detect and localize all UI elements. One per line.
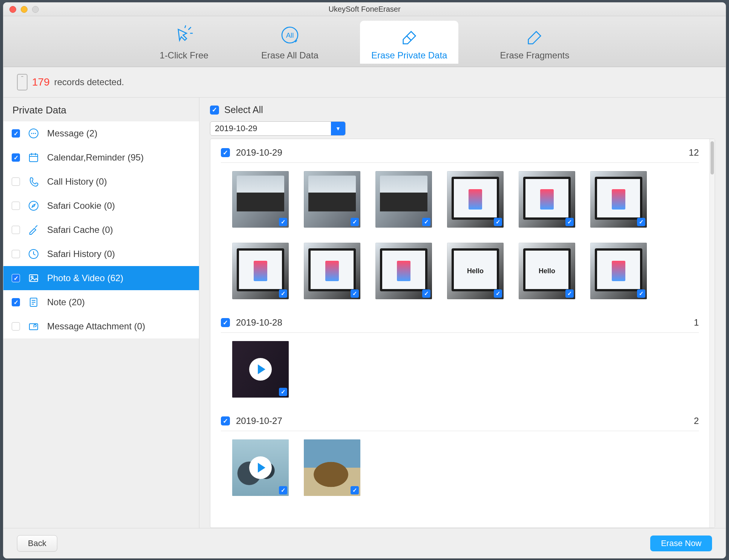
group-checkbox[interactable] bbox=[221, 148, 230, 157]
thumbnail[interactable] bbox=[519, 171, 575, 228]
thumbnail-area: 2019-10-29122019-10-2812019-10-272 bbox=[210, 139, 715, 528]
thumbnail[interactable] bbox=[375, 243, 432, 299]
thumbnail-checkbox[interactable] bbox=[637, 218, 645, 226]
group-date: 2019-10-29 bbox=[236, 147, 683, 158]
erase-all-icon: All bbox=[279, 24, 300, 47]
thumbnail[interactable] bbox=[590, 243, 647, 299]
thumbnail-checkbox[interactable] bbox=[422, 289, 430, 298]
thumbnail[interactable] bbox=[519, 243, 575, 299]
note-icon bbox=[27, 296, 40, 308]
eraser-private-icon bbox=[399, 24, 420, 47]
thumbnail[interactable] bbox=[232, 341, 289, 398]
sidebar-item-4[interactable]: Safari Cache (0) bbox=[3, 218, 199, 242]
group-count: 12 bbox=[689, 147, 699, 158]
sidebar-item-label: Note (20) bbox=[47, 297, 191, 308]
tab-erase-all-data[interactable]: All Erase All Data bbox=[250, 21, 330, 64]
thumbnail-checkbox[interactable] bbox=[351, 289, 359, 298]
sidebar-item-checkbox[interactable] bbox=[12, 177, 20, 186]
sidebar-item-1[interactable]: Calendar,Reminder (95) bbox=[3, 145, 199, 170]
thumbnail-checkbox[interactable] bbox=[279, 218, 287, 226]
thumbnail[interactable] bbox=[590, 171, 647, 228]
sidebar-item-label: Photo & Video (62) bbox=[47, 273, 191, 283]
thumbnail[interactable] bbox=[447, 171, 504, 228]
thumbnail-checkbox[interactable] bbox=[494, 289, 502, 298]
date-filter-select[interactable]: 2019-10-29 ▼ bbox=[210, 121, 346, 136]
sidebar-title: Private Data bbox=[3, 103, 199, 121]
svg-point-3 bbox=[31, 133, 32, 134]
sidebar-list: Message (2)Calendar,Reminder (95)Call Hi… bbox=[3, 121, 199, 338]
thumbnail-checkbox[interactable] bbox=[279, 486, 287, 494]
group-count: 1 bbox=[694, 317, 699, 328]
tab-erase-private-data[interactable]: Erase Private Data bbox=[360, 21, 458, 64]
sidebar-item-label: Message (2) bbox=[47, 128, 191, 139]
sidebar-item-checkbox[interactable] bbox=[12, 129, 20, 138]
photo-group: 2019-10-272 bbox=[221, 413, 699, 504]
group-date: 2019-10-28 bbox=[236, 317, 688, 328]
erase-now-button[interactable]: Erase Now bbox=[650, 536, 712, 551]
svg-point-4 bbox=[33, 133, 34, 134]
sidebar-item-label: Calendar,Reminder (95) bbox=[47, 152, 191, 163]
select-all-label: Select All bbox=[224, 104, 263, 115]
sidebar-item-5[interactable]: Safari History (0) bbox=[3, 242, 199, 266]
thumbnail-checkbox[interactable] bbox=[279, 388, 287, 396]
tab-1-click-free[interactable]: 1-Click Free bbox=[149, 21, 220, 64]
call-icon bbox=[27, 176, 40, 188]
sidebar-item-label: Safari Cookie (0) bbox=[47, 200, 191, 211]
records-text: records detected. bbox=[54, 77, 124, 87]
thumbnail[interactable] bbox=[304, 171, 360, 228]
thumbnail[interactable] bbox=[304, 243, 360, 299]
thumbnail-scroll[interactable]: 2019-10-29122019-10-2812019-10-272 bbox=[210, 139, 709, 528]
sidebar-item-label: Safari Cache (0) bbox=[47, 225, 191, 235]
svg-rect-6 bbox=[29, 154, 38, 162]
thumbnail-checkbox[interactable] bbox=[565, 218, 574, 226]
thumbnail-checkbox[interactable] bbox=[637, 289, 645, 298]
cursor-click-icon bbox=[173, 24, 195, 47]
svg-text:All: All bbox=[286, 31, 294, 39]
sidebar-item-6[interactable]: Photo & Video (62) bbox=[3, 266, 199, 290]
group-checkbox[interactable] bbox=[221, 416, 230, 425]
sidebar: Private Data Message (2)Calendar,Reminde… bbox=[3, 98, 199, 528]
select-all-checkbox[interactable] bbox=[210, 106, 219, 115]
thumbnail-checkbox[interactable] bbox=[494, 218, 502, 226]
thumbnail[interactable] bbox=[447, 243, 504, 299]
group-thumbnails bbox=[221, 163, 699, 308]
thumbnail-checkbox[interactable] bbox=[279, 289, 287, 298]
thumbnail-checkbox[interactable] bbox=[422, 218, 430, 226]
sidebar-item-2[interactable]: Call History (0) bbox=[3, 170, 199, 194]
play-icon bbox=[249, 358, 272, 381]
date-filter-value: 2019-10-29 bbox=[210, 122, 331, 135]
sidebar-item-8[interactable]: Message Attachment (0) bbox=[3, 314, 199, 338]
sidebar-item-checkbox[interactable] bbox=[12, 250, 20, 258]
sidebar-item-checkbox[interactable] bbox=[12, 202, 20, 210]
sidebar-item-checkbox[interactable] bbox=[12, 322, 20, 330]
svg-point-5 bbox=[35, 133, 36, 134]
svg-point-10 bbox=[31, 276, 33, 278]
thumbnail[interactable] bbox=[375, 171, 432, 228]
thumbnail[interactable] bbox=[232, 439, 289, 496]
thumbnail[interactable] bbox=[232, 243, 289, 299]
group-thumbnails bbox=[221, 431, 699, 504]
thumbnail-checkbox[interactable] bbox=[565, 289, 574, 298]
sidebar-item-0[interactable]: Message (2) bbox=[3, 121, 199, 145]
thumbnail[interactable] bbox=[232, 171, 289, 228]
back-button[interactable]: Back bbox=[17, 535, 57, 552]
sidebar-item-checkbox[interactable] bbox=[12, 298, 20, 306]
main-top-controls: Select All bbox=[210, 103, 715, 120]
tab-erase-fragments[interactable]: Erase Fragments bbox=[489, 21, 580, 64]
svg-point-7 bbox=[29, 201, 38, 210]
thumbnail-checkbox[interactable] bbox=[351, 486, 359, 494]
group-checkbox[interactable] bbox=[221, 318, 230, 327]
phone-icon bbox=[17, 74, 28, 90]
footer: Back Erase Now bbox=[3, 528, 726, 558]
thumbnail-checkbox[interactable] bbox=[351, 218, 359, 226]
sidebar-item-checkbox[interactable] bbox=[12, 153, 20, 162]
sidebar-item-label: Call History (0) bbox=[47, 176, 191, 187]
thumbnail[interactable] bbox=[304, 439, 360, 496]
play-icon bbox=[249, 456, 272, 479]
sidebar-item-3[interactable]: Safari Cookie (0) bbox=[3, 194, 199, 218]
sidebar-item-checkbox[interactable] bbox=[12, 226, 20, 234]
scrollbar[interactable] bbox=[709, 139, 715, 528]
sidebar-item-7[interactable]: Note (20) bbox=[3, 290, 199, 314]
photo-group: 2019-10-281 bbox=[221, 314, 699, 406]
sidebar-item-checkbox[interactable] bbox=[12, 274, 20, 282]
